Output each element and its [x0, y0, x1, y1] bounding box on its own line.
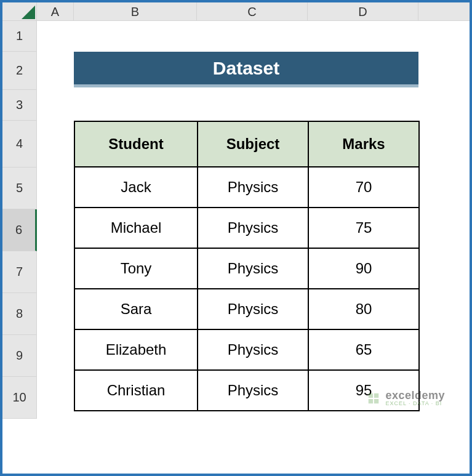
title-text: Dataset: [213, 58, 279, 79]
table-row: Elizabeth Physics 65: [74, 329, 419, 370]
row-headers: 1 2 3 4 5 6 7 8 9 10: [2, 21, 37, 419]
column-header-B[interactable]: B: [74, 2, 197, 20]
cell-subject[interactable]: Physics: [198, 329, 308, 370]
column-header-A[interactable]: A: [37, 2, 74, 20]
row-header-8[interactable]: 8: [2, 293, 37, 335]
table-row: Tony Physics 90: [74, 248, 419, 289]
row-header-3[interactable]: 3: [2, 90, 37, 121]
column-headers: A B C D: [2, 2, 470, 21]
header-marks[interactable]: Marks: [308, 121, 419, 167]
table-row: Michael Physics 75: [74, 208, 419, 248]
row-header-6[interactable]: 6: [2, 209, 37, 251]
row-header-10[interactable]: 10: [2, 377, 37, 419]
table-row: Jack Physics 70: [74, 167, 419, 208]
cell-marks[interactable]: 90: [308, 248, 419, 289]
cell-student[interactable]: Jack: [74, 167, 198, 208]
cell-marks[interactable]: 70: [308, 167, 419, 208]
title-banner: Dataset: [74, 52, 418, 87]
header-subject[interactable]: Subject: [198, 121, 308, 167]
watermark-sub: EXCEL · DATA · BI: [385, 401, 445, 406]
cell-subject[interactable]: Physics: [198, 289, 308, 329]
cell-subject[interactable]: Physics: [198, 208, 308, 248]
cell-student[interactable]: Elizabeth: [74, 329, 198, 370]
row-header-5[interactable]: 5: [2, 167, 37, 209]
row-header-1[interactable]: 1: [2, 21, 37, 52]
cell-student[interactable]: Tony: [74, 248, 198, 289]
column-header-D[interactable]: D: [308, 2, 418, 20]
row-header-2[interactable]: 2: [2, 52, 37, 90]
row-header-4[interactable]: 4: [2, 121, 37, 167]
cell-marks[interactable]: 75: [308, 208, 419, 248]
row-header-7[interactable]: 7: [2, 251, 37, 293]
screenshot-frame: A B C D 1 2 3 4 5 6 7 8 9 10 Dataset: [0, 0, 472, 476]
select-all-triangle[interactable]: [2, 2, 37, 21]
cell-student[interactable]: Michael: [74, 208, 198, 248]
column-header-C[interactable]: C: [197, 2, 308, 20]
cell-student[interactable]: Sara: [74, 289, 198, 329]
table-header-row: Student Subject Marks: [74, 121, 419, 167]
cell-subject[interactable]: Physics: [198, 248, 308, 289]
cells-area[interactable]: Dataset Student Subject Marks Jack Physi: [37, 21, 470, 419]
cell-marks[interactable]: 65: [308, 329, 419, 370]
row-header-9[interactable]: 9: [2, 335, 37, 377]
watermark: exceldemy EXCEL · DATA · BI: [367, 390, 445, 406]
cell-subject[interactable]: Physics: [198, 370, 308, 411]
cell-marks[interactable]: 80: [308, 289, 419, 329]
table-row: Sara Physics 80: [74, 289, 419, 329]
cell-student[interactable]: Christian: [74, 370, 198, 411]
data-table: Student Subject Marks Jack Physics 70 Mi…: [74, 121, 420, 411]
header-student[interactable]: Student: [74, 121, 198, 167]
watermark-main: exceldemy: [385, 390, 445, 401]
watermark-icon: [367, 392, 380, 405]
cell-subject[interactable]: Physics: [198, 167, 308, 208]
